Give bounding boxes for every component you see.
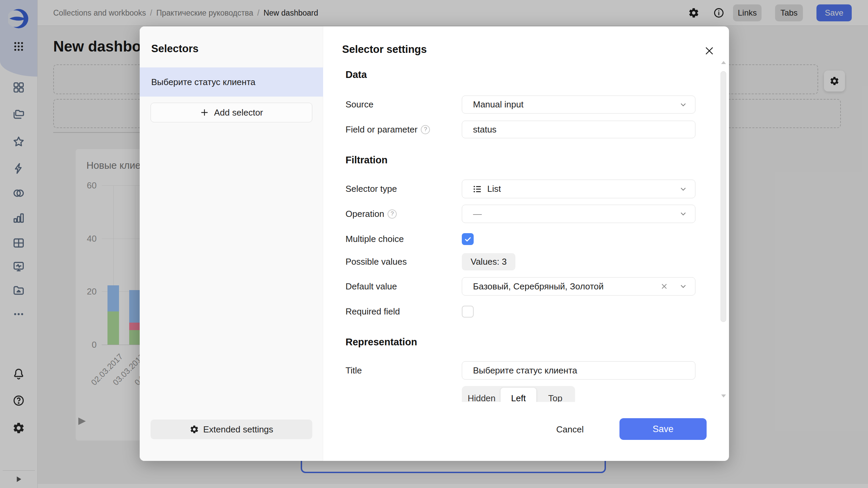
required-field-label: Required field	[346, 306, 400, 318]
default-value-select[interactable]: Базовый, Серебряный, Золотой	[462, 277, 695, 296]
close-icon[interactable]	[703, 44, 716, 58]
dialog-title: Selector settings	[342, 43, 427, 56]
selector-list-item[interactable]: Выберите статус клиента	[140, 67, 323, 97]
cancel-button[interactable]: Cancel	[550, 420, 590, 439]
app-root: Collections and workbooks / Практические…	[0, 0, 868, 488]
selectors-panel: Selectors Выберите статус клиента Add se…	[140, 26, 323, 461]
field-label: Field or parameter ?	[346, 121, 430, 138]
selector-type-select[interactable]: List	[462, 180, 695, 198]
operation-label: Operation ?	[346, 205, 397, 223]
possible-values-label: Possible values	[346, 253, 407, 270]
multiple-choice-label: Multiple choice	[346, 233, 404, 245]
extended-settings-button[interactable]: Extended settings	[151, 420, 312, 439]
list-icon	[472, 184, 482, 194]
title-placement-segmented: Hidden Left Top	[462, 386, 575, 402]
add-selector-button[interactable]: Add selector	[151, 103, 312, 122]
filtration-section-heading: Filtration	[346, 155, 388, 166]
scroll-down-icon[interactable]	[721, 394, 726, 398]
extended-settings-label: Extended settings	[203, 424, 273, 435]
modal-scrollbar-thumb[interactable]	[721, 71, 726, 322]
plus-icon	[200, 108, 209, 117]
chevron-down-icon	[679, 282, 688, 291]
operation-value: —	[473, 209, 482, 219]
field-input-wrap	[462, 121, 695, 138]
possible-values-button[interactable]: Values: 3	[462, 253, 515, 270]
placement-top-option[interactable]: Top	[537, 388, 573, 402]
title-label: Title	[346, 361, 362, 380]
chevron-down-icon	[679, 100, 688, 109]
chevron-down-icon	[679, 209, 688, 218]
selector-settings-dialog: Selectors Выберите статус клиента Add se…	[140, 26, 729, 461]
selector-list-item-label: Выберите статус клиента	[151, 77, 255, 87]
source-select[interactable]: Manual input	[462, 96, 695, 114]
placement-left-option[interactable]: Left	[500, 388, 537, 402]
selectors-panel-title: Selectors	[151, 43, 199, 55]
field-input[interactable]	[473, 124, 663, 135]
source-value: Manual input	[473, 99, 524, 110]
settings-scroll-area: Data Source Manual input Field or parame…	[323, 59, 716, 402]
source-label: Source	[346, 96, 373, 114]
scroll-up-icon[interactable]	[721, 61, 726, 64]
save-button[interactable]: Save	[619, 418, 707, 440]
add-selector-label: Add selector	[214, 107, 263, 118]
required-field-checkbox[interactable]	[462, 306, 474, 318]
check-icon	[464, 235, 472, 243]
multiple-choice-checkbox[interactable]	[462, 233, 474, 245]
operation-select[interactable]: —	[462, 205, 695, 223]
help-icon[interactable]: ?	[421, 125, 430, 134]
title-input[interactable]	[473, 365, 663, 376]
selector-type-value: List	[487, 184, 501, 194]
representation-section-heading: Representation	[346, 337, 417, 348]
default-value-label: Default value	[346, 277, 397, 296]
clear-icon[interactable]	[660, 282, 669, 291]
help-icon[interactable]: ?	[388, 209, 397, 219]
title-input-wrap	[462, 361, 695, 380]
data-section-heading: Data	[346, 69, 367, 80]
settings-panel: Selector settings Data Source Manual inp…	[323, 26, 729, 461]
selector-type-label: Selector type	[346, 180, 397, 198]
default-value-text: Базовый, Серебряный, Золотой	[473, 281, 604, 292]
chevron-down-icon	[679, 185, 688, 194]
gear-icon	[190, 425, 199, 434]
placement-hidden-option[interactable]: Hidden	[463, 388, 500, 402]
